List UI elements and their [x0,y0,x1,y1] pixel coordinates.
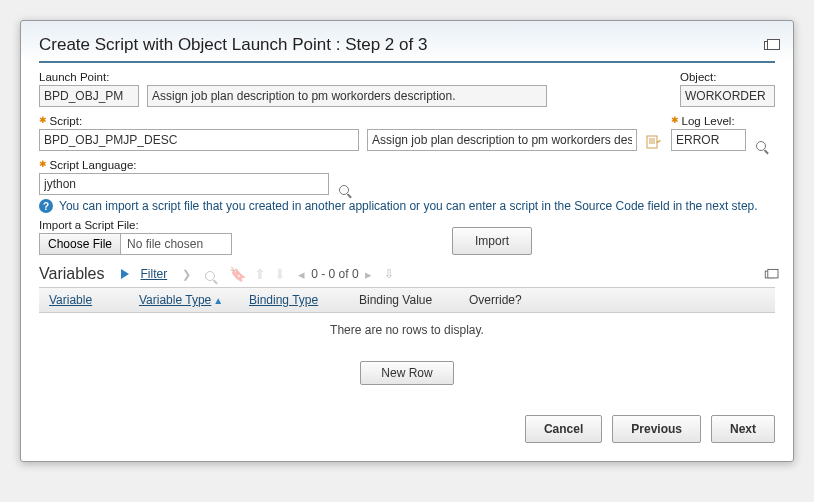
pager-text: 0 - 0 of 0 [311,267,358,281]
restore-icon[interactable] [764,41,775,50]
col-variable-type[interactable]: Variable Type [139,293,211,307]
log-level-label: Log Level: [671,115,746,127]
import-button[interactable]: Import [452,227,532,255]
launch-point-desc-field [147,85,547,107]
variables-restore-icon[interactable] [765,270,774,278]
previous-button[interactable]: Previous [612,415,701,443]
svg-rect-0 [647,136,657,148]
download-icon[interactable]: ⇩ [384,267,394,281]
script-language-field[interactable] [39,173,329,195]
variables-grid-header: Variable Variable Type▲ Binding Type Bin… [39,288,775,313]
object-label: Object: [680,71,775,83]
search-icon[interactable] [203,267,217,281]
col-binding-type[interactable]: Binding Type [249,293,318,307]
page-next-icon[interactable]: ▸ [365,267,372,282]
variables-title: Variables [39,265,105,283]
up-arrow-icon[interactable]: ⬆ [254,266,266,282]
launch-point-field [39,85,139,107]
filter-toggle-icon[interactable] [121,269,129,279]
script-desc-field[interactable] [367,129,637,151]
info-text: You can import a script file that you cr… [59,199,758,213]
next-button[interactable]: Next [711,415,775,443]
script-field[interactable] [39,129,359,151]
bookmark-icon[interactable]: 🔖 [229,266,246,282]
info-icon: ? [39,199,53,213]
filter-link[interactable]: Filter [141,267,168,281]
log-level-lookup-icon[interactable] [754,137,768,151]
script-language-lookup-icon[interactable] [337,181,351,195]
page-prev-icon[interactable]: ◂ [298,267,305,282]
col-variable[interactable]: Variable [49,293,92,307]
file-chosen-text: No file chosen [121,234,231,254]
object-field [680,85,775,107]
col-binding-value[interactable]: Binding Value [359,293,432,307]
col-override[interactable]: Override? [469,293,522,307]
down-arrow-icon[interactable]: ⬇ [274,266,286,282]
script-label: Script: [39,115,359,127]
cancel-button[interactable]: Cancel [525,415,602,443]
log-level-field[interactable] [671,129,746,151]
sort-asc-icon: ▲ [213,295,223,306]
launch-point-label: Launch Point: [39,71,139,83]
file-chooser[interactable]: Choose File No file chosen [39,233,232,255]
chevron-right-icon: ❯ [182,268,191,281]
choose-file-button[interactable]: Choose File [40,234,121,254]
import-file-label: Import a Script File: [39,219,232,231]
variables-empty-text: There are no rows to display. [39,313,775,355]
long-description-icon[interactable] [645,133,663,151]
new-row-button[interactable]: New Row [360,361,453,385]
dialog-create-script: Create Script with Object Launch Point :… [20,20,794,462]
script-language-label: Script Language: [39,159,329,171]
dialog-title: Create Script with Object Launch Point :… [39,35,427,55]
